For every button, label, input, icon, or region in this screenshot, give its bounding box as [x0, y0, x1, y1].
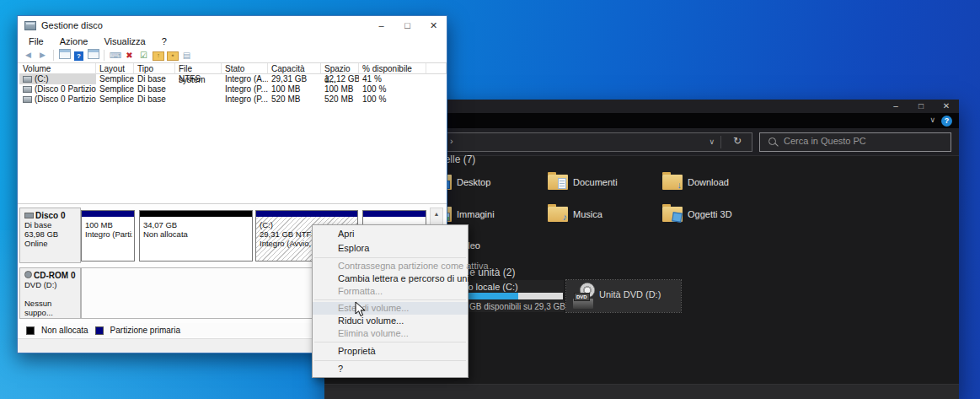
folder-item-download[interactable]: ↓ Download [662, 171, 774, 193]
download-arrow-icon: ↓ [677, 181, 683, 190]
documents-folder-icon [548, 175, 568, 190]
dvd-drive-icon: DVD [573, 283, 597, 309]
search-icon [768, 137, 776, 145]
menu-item-apri[interactable]: Apri [313, 227, 468, 241]
document-overlay-icon [558, 178, 566, 189]
volume-list-header: Volume Layout Tipo File system Stato Cap… [19, 63, 447, 74]
toolbar-separator [53, 50, 54, 61]
drive-dvd-label: Unità DVD (D:) [599, 289, 661, 299]
unallocated-stripe [140, 211, 252, 217]
cdrom-header[interactable]: CD-ROM 0 DVD (D:) Nessun suppo... [19, 267, 81, 319]
column-header[interactable]: Volume [19, 63, 96, 74]
menu-item-riduci-volume[interactable]: Riduci volume... [313, 315, 468, 327]
folder-item-documenti[interactable]: Documenti [548, 171, 659, 193]
disk0-header[interactable]: Disco 0 Di base 63,98 GB Online [19, 208, 81, 263]
volume-icon [23, 76, 32, 83]
partition-unallocated[interactable]: 34,07 GBNon allocata [139, 210, 253, 262]
close-button[interactable]: ✕ [420, 16, 447, 35]
column-header[interactable]: Capacità [268, 63, 321, 74]
close-button[interactable]: ✕ [934, 100, 959, 113]
folder-item-immagini[interactable]: Immagini [431, 203, 543, 225]
console-window-icon[interactable] [59, 49, 71, 59]
menu-separator [314, 257, 466, 258]
folder-item-desktop[interactable]: Desktop [431, 171, 543, 193]
desktop-wallpaper: – □ ✕ ∨ ? › ∨ ↻ Cerca in Questo PC Carte… [0, 0, 980, 399]
column-header[interactable]: % disponibile [359, 63, 426, 74]
scroll-up-icon[interactable]: ▲ [431, 208, 442, 219]
maximize-button[interactable]: □ [908, 100, 934, 113]
menu-visualizza[interactable]: Visualizza [104, 36, 145, 46]
forward-icon[interactable]: ▶ [37, 50, 48, 61]
address-divider [720, 136, 721, 148]
menu-item-cambia-lettera[interactable]: Cambia lettera e percorso di unità... [313, 272, 468, 285]
menu-azione[interactable]: Azione [60, 36, 88, 46]
column-header[interactable]: File system [175, 63, 222, 74]
volume-icon [23, 86, 32, 93]
ribbon-collapse-icon[interactable]: ∨ [929, 116, 935, 124]
console-prompt-icon[interactable]: ⌨ [110, 50, 120, 61]
drive-c-usage-bar [468, 293, 563, 299]
minimize-button[interactable]: – [368, 16, 394, 35]
menu-item-help[interactable]: ? [313, 363, 468, 375]
disk-management-app-icon [24, 21, 36, 30]
menu-item-elimina-volume: Elimina volume... [313, 327, 468, 340]
delete-icon[interactable]: ✖ [124, 50, 135, 61]
partition-system-100mb[interactable]: 100 MBIntegro (Partiz [81, 210, 135, 262]
context-menu: Apri Esplora Contrassegna partizione com… [312, 224, 469, 378]
3d-objects-folder-icon [662, 207, 683, 222]
menu-separator [314, 299, 466, 300]
explorer-status-bar [324, 384, 959, 399]
menu-item-estendi-volume: Estendi volume... [313, 302, 468, 315]
dm-caption-buttons: – □ ✕ [368, 16, 447, 35]
menu-item-contrassegna-partizione: Contrassegna partizione come attiva [313, 260, 468, 272]
volume-icon [23, 96, 32, 103]
folder-item-oggetti-3d[interactable]: Oggetti 3D [662, 203, 774, 225]
breadcrumb-chevron-icon[interactable]: › [450, 136, 453, 146]
menu-help[interactable]: ? [162, 36, 167, 46]
disk-management-titlebar[interactable]: Gestione disco – □ ✕ [18, 16, 447, 35]
primary-partition-stripe [256, 211, 357, 217]
volume-row-partition1[interactable]: (Disco 0 Partizione... Semplice Di base … [19, 84, 447, 94]
folder-item-musica[interactable]: ♪ Musica [548, 203, 659, 225]
legend-unallocated-swatch [26, 326, 35, 335]
address-dropdown-icon[interactable]: ∨ [709, 137, 715, 146]
check-document-icon[interactable]: ☑ [138, 50, 149, 61]
menu-item-esplora[interactable]: Esplora [313, 241, 468, 256]
back-icon[interactable]: ◀ [23, 50, 34, 61]
column-header[interactable]: Tipo [134, 63, 175, 74]
menu-item-proprieta[interactable]: Proprietà [313, 344, 468, 359]
column-header[interactable]: Layout [96, 63, 134, 74]
menu-file[interactable]: File [29, 36, 44, 46]
help-icon[interactable]: ? [941, 116, 952, 127]
menu-item-formatta: Formatta... [313, 285, 468, 298]
volume-row-partition2[interactable]: (Disco 0 Partizione... Semplice Di base … [19, 94, 447, 105]
help-icon[interactable]: ? [74, 51, 83, 61]
drive-tile-dvd[interactable]: DVD Unità DVD (D:) [566, 280, 681, 312]
mouse-cursor [355, 301, 367, 318]
drive-c-free-space: GB disponibili su 29,3 GB [469, 302, 565, 311]
toolbar: ◀ ▶ ? ⌨ ✖ ☑ ↑ ∘ ▤ [18, 47, 447, 63]
minimize-button[interactable]: – [883, 100, 908, 113]
action-pane-icon[interactable] [88, 49, 99, 59]
maximize-button[interactable]: □ [394, 16, 420, 35]
folder-up-icon[interactable]: ↑ [153, 51, 164, 61]
primary-partition-stripe [363, 211, 426, 217]
volume-row-c[interactable]: (C:) Semplice Di base NTFS Integro (A...… [19, 74, 447, 84]
toolbar-separator [104, 50, 104, 61]
column-header [426, 63, 447, 74]
cdrom-icon [24, 271, 32, 278]
address-bar[interactable]: › ∨ ↻ [445, 132, 752, 152]
search-box[interactable]: Cerca in Questo PC [759, 132, 951, 152]
downloads-folder-icon: ↓ [662, 175, 683, 190]
column-header[interactable]: Spazio d... [321, 63, 359, 74]
search-placeholder: Cerca in Questo PC [784, 136, 866, 146]
disk-icon [24, 213, 34, 218]
folder-search-icon[interactable]: ∘ [167, 51, 179, 61]
music-note-icon: ♪ [563, 213, 568, 222]
refresh-icon[interactable]: ↻ [733, 135, 742, 147]
properties-icon[interactable]: ▤ [181, 50, 192, 61]
music-folder-icon: ♪ [548, 207, 568, 222]
legend-primary-swatch [95, 326, 104, 335]
legend-unallocated-label: Non allocata [41, 326, 88, 335]
column-header[interactable]: Stato [222, 63, 268, 74]
